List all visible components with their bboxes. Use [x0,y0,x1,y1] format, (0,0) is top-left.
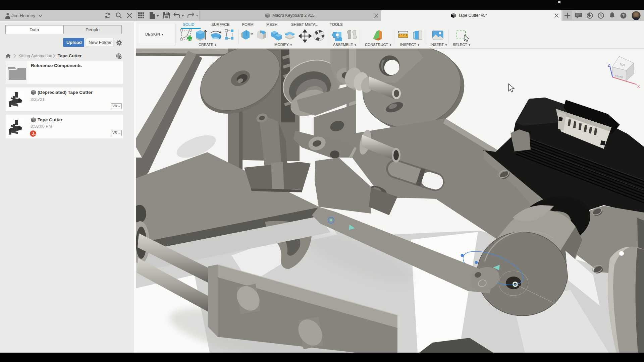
svg-text:Z: Z [608,63,610,67]
svg-text:?: ? [622,13,625,18]
svg-text:X: X [637,84,640,88]
